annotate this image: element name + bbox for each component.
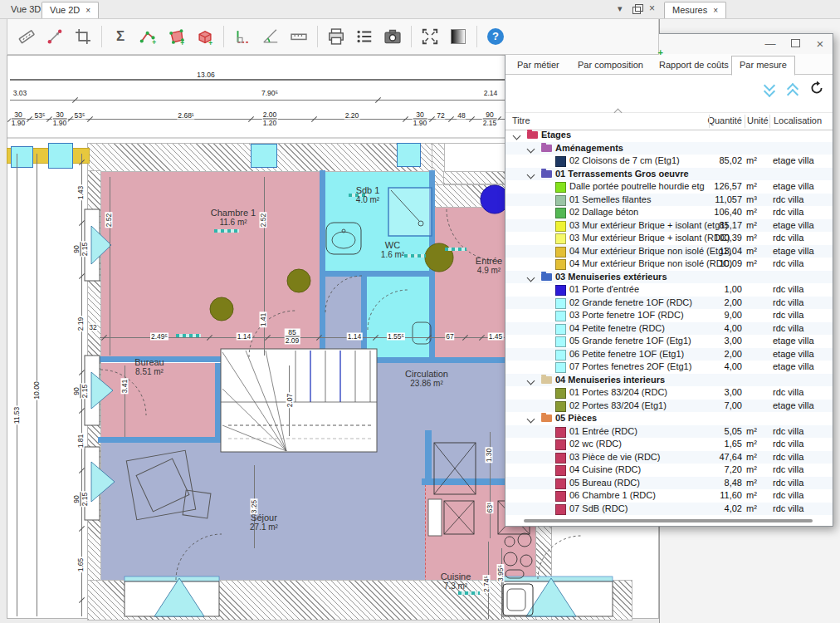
row-loc: rdc villa — [773, 464, 803, 477]
close-pane-icon[interactable]: × — [649, 2, 655, 14]
restore-icon[interactable] — [632, 6, 641, 16]
close-icon[interactable]: × — [85, 6, 90, 15]
table-header[interactable]: Titre Quantité Unité Localisation — [505, 112, 833, 130]
report-row[interactable]: 02 Dallage béton106,40m²rdc villa — [505, 206, 833, 219]
report-row[interactable]: 05 Pièces — [505, 412, 833, 425]
toolbar-separator — [101, 26, 102, 47]
report-row[interactable]: 03 Menuiseries extérieurs — [505, 271, 833, 284]
tab-mesures[interactable]: Mesures× — [664, 2, 726, 18]
ruler-icon[interactable] — [286, 24, 311, 49]
measure-highlight[interactable] — [458, 591, 480, 595]
report-row[interactable]: 04 Menuiseries interieurs — [505, 374, 833, 387]
add-volume-measure-icon[interactable]: + — [193, 24, 217, 49]
dimension-label: 902.15 — [73, 492, 89, 508]
tab-par-mesure[interactable]: Par mesure — [731, 56, 795, 76]
tab-par-metier[interactable]: Par métier — [509, 56, 568, 75]
help-icon[interactable]: ? — [483, 24, 508, 49]
measure-highlight[interactable] — [214, 229, 239, 233]
dimension-label: 48 — [457, 112, 466, 120]
add-polyline-measure-icon[interactable]: + — [136, 24, 161, 49]
fit-view-icon[interactable] — [418, 24, 442, 49]
report-row[interactable]: 03 Mur extérieur Brique + isolant (RDC)1… — [505, 232, 833, 245]
contrast-icon[interactable] — [446, 24, 471, 49]
angle-measure-icon[interactable] — [258, 24, 283, 49]
report-row[interactable]: 04 Cuisine (RDC)7,20m²rdc villa — [505, 464, 833, 477]
row-title: 03 Menuiseries extérieurs — [555, 271, 667, 284]
report-row[interactable]: 05 Grande fenetre 1OF (Etg1)3,00etage vi… — [505, 335, 833, 348]
column-separator[interactable] — [745, 115, 745, 128]
dimension-label: 1.45 — [488, 333, 504, 341]
crop-icon[interactable] — [71, 24, 95, 49]
dimension-label: 2.49⁵ — [150, 333, 168, 341]
report-row[interactable]: 02 wc (RDC)1,65m²rdc villa — [505, 438, 833, 451]
col-titre[interactable]: Titre — [512, 115, 530, 125]
report-list-icon[interactable] — [352, 24, 377, 49]
report-row[interactable]: 05 Bureau (RDC)8,48m²rdc villa — [505, 477, 833, 490]
measure-highlight[interactable] — [404, 254, 426, 258]
row-unit: m² — [746, 206, 757, 219]
report-row[interactable]: 03 Mur extérieur Brique + isolant (etg1)… — [505, 219, 833, 233]
row-qty: 1,00 — [684, 283, 742, 297]
expand-chevron-icon[interactable] — [527, 415, 535, 424]
tab-rapport-couts[interactable]: Rapport de coûts — [651, 56, 737, 75]
right-angle-icon[interactable] — [230, 24, 255, 49]
measure-highlight[interactable] — [176, 334, 201, 337]
col-localisation[interactable]: Localisation — [774, 115, 822, 125]
folder-icon — [541, 273, 552, 281]
dimension-label: 32 — [88, 324, 97, 331]
column-separator[interactable] — [769, 115, 770, 128]
dimension-label: 72 — [436, 112, 445, 120]
report-row[interactable]: 01 Portes 83/204 (RDC)3,00rdc villa — [505, 386, 833, 400]
report-row[interactable]: 02 Grande fenetre 1OF (RDC)2,00rdc villa — [505, 297, 833, 310]
collapse-all-icon[interactable] — [786, 81, 799, 96]
minimize-icon[interactable]: — — [758, 34, 783, 53]
tab-par-composition[interactable]: Par composition — [569, 56, 652, 75]
measure-points-icon[interactable] — [42, 24, 67, 49]
report-row[interactable]: 01 Terrassements Gros oeuvre — [505, 168, 833, 181]
report-row[interactable]: 04 Petite fenetre (RDC)4,00rdc villa — [505, 322, 833, 336]
expand-chevron-icon[interactable] — [527, 376, 535, 385]
dimension-label: 301.90 — [413, 111, 428, 127]
report-row[interactable]: 01 Entrée (RDC)5,05m²rdc villa — [505, 425, 833, 439]
dimension-line — [110, 177, 110, 356]
report-row[interactable]: Etages — [505, 129, 833, 142]
report-row[interactable]: 04 Mur extérieur Brique non isolé (Etg1)… — [505, 245, 833, 258]
report-row[interactable]: 07 Portes fenetres 2OF (Etg1)4,00etage v… — [505, 361, 833, 374]
expand-chevron-icon[interactable] — [527, 170, 535, 179]
report-row[interactable]: Dalle portée poutrelle hourdie etg126,57… — [505, 180, 833, 194]
report-row[interactable]: 03 Pièce de vie (RDC)47,64m²rdc villa — [505, 451, 833, 464]
report-row[interactable]: 02 Portes 83/204 (Etg1)7,00etage villa — [505, 400, 833, 413]
report-row[interactable]: 07 SdB (RDC)4,02m²rdc villa — [505, 503, 833, 516]
color-chip — [555, 285, 566, 296]
report-row[interactable]: 06 Chambre 1 (RDC)11,60m²rdc villa — [505, 489, 833, 503]
snapshot-icon[interactable] — [380, 24, 405, 49]
report-row[interactable]: 06 Petite fenetre 1OF (Etg1)2,00etage vi… — [505, 348, 833, 361]
column-separator[interactable] — [709, 115, 710, 128]
horizontal-scrollbar[interactable] — [524, 519, 813, 522]
report-row[interactable]: 01 Semelles filantes11,057m³rdc villa — [505, 194, 833, 207]
measure-ruler-icon[interactable] — [14, 24, 39, 49]
expand-chevron-icon[interactable] — [527, 273, 535, 282]
folder-icon — [541, 376, 552, 384]
measure-highlight[interactable] — [445, 248, 466, 251]
report-row[interactable]: 02 Cloisons de 7 cm (Etg1)85,02m²etage v… — [505, 155, 833, 168]
col-unite[interactable]: Unité — [747, 115, 769, 125]
report-row[interactable]: 01 Porte d'entrée1,00rdc villa — [505, 283, 833, 297]
report-row[interactable]: Aménagements — [505, 142, 833, 155]
report-row[interactable]: 03 Porte fenetre 1OF (RDC)9,00rdc villa — [505, 309, 833, 322]
pane-menu-icon[interactable]: ▾ — [618, 3, 623, 14]
close-dialog-icon[interactable]: × — [808, 34, 833, 53]
report-row[interactable]: 04 Mur extérieur Brique non isolé (RDC)1… — [505, 258, 833, 271]
close-icon[interactable]: × — [713, 6, 718, 15]
print-icon[interactable] — [324, 24, 349, 49]
tab-vue-2d[interactable]: Vue 2D× — [42, 2, 99, 18]
row-unit: m² — [746, 425, 757, 439]
refresh-icon[interactable] — [809, 81, 824, 97]
expand-chevron-icon[interactable] — [513, 132, 521, 140]
sum-measure-icon[interactable]: Σ+ — [108, 24, 133, 49]
col-quantite[interactable]: Quantité — [696, 115, 742, 125]
add-surface-measure-icon[interactable]: + — [164, 24, 189, 49]
expand-all-icon[interactable] — [763, 81, 776, 96]
maximize-icon[interactable] — [783, 34, 808, 53]
expand-chevron-icon[interactable] — [527, 145, 535, 153]
